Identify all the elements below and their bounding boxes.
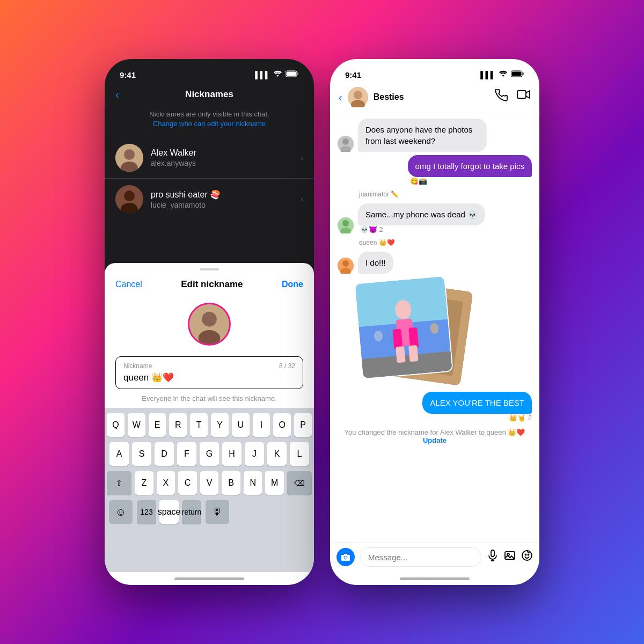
svg-rect-39 — [408, 345, 419, 362]
avatar-large — [188, 303, 231, 346]
key-d[interactable]: D — [155, 442, 174, 466]
update-link[interactable]: Update — [423, 436, 447, 444]
chat-back-button[interactable]: ‹ — [339, 91, 342, 104]
key-delete[interactable]: ⌫ — [287, 471, 312, 495]
right-status-icons: ▌▌▌ — [480, 70, 524, 79]
change-nickname-link[interactable]: Change who can edit your nickname — [153, 120, 266, 128]
key-q[interactable]: Q — [107, 413, 125, 437]
avatar-sender-4 — [338, 258, 354, 274]
reaction-2: 😋📸 — [408, 177, 532, 185]
chat-header: ‹ Besties — [330, 83, 539, 113]
key-shift[interactable]: ⇧ — [107, 471, 131, 495]
key-space[interactable]: space — [159, 500, 179, 524]
contact-item-lucie[interactable]: pro sushi eater 🍣 lucie_yamamoto › — [105, 179, 314, 219]
key-123[interactable]: 123 — [137, 500, 156, 524]
done-button[interactable]: Done — [282, 280, 303, 289]
keyboard: Q W E R T Y U I O P A S — [105, 408, 314, 572]
key-x[interactable]: X — [157, 471, 175, 495]
cancel-button[interactable]: Cancel — [115, 280, 142, 289]
bottom-sheet: Cancel Edit nickname Done Ni — [105, 263, 314, 585]
sender-label-juan: juanimator ✏️ — [338, 188, 532, 200]
key-emoji[interactable]: ☺ — [109, 500, 133, 524]
system-message-text: You changed the nickname for Alex Walker… — [345, 428, 525, 436]
key-s[interactable]: S — [132, 442, 151, 466]
wifi-icon — [273, 70, 282, 79]
avatar-alex — [115, 144, 143, 172]
key-u[interactable]: U — [232, 413, 250, 437]
bubble-3: Same...my phone was dead 💀 — [358, 203, 485, 225]
svg-point-26 — [342, 260, 349, 267]
nickname-hint: Everyone in the chat will see this nickn… — [105, 389, 314, 408]
back-button[interactable]: ‹ — [115, 89, 119, 101]
key-g[interactable]: G — [200, 442, 219, 466]
nickname-value[interactable]: queen 👑❤️ — [123, 372, 295, 383]
mic-input-icon[interactable] — [487, 550, 499, 565]
key-r[interactable]: R — [169, 413, 187, 437]
key-n[interactable]: N — [244, 471, 262, 495]
key-a[interactable]: A — [109, 442, 129, 466]
svg-rect-38 — [396, 346, 406, 363]
avatar-sender-1 — [338, 136, 354, 152]
svg-rect-43 — [491, 550, 494, 557]
key-t[interactable]: T — [190, 413, 208, 437]
svg-rect-1 — [297, 72, 299, 75]
key-f[interactable]: F — [177, 442, 196, 466]
avatar-lucie — [115, 185, 143, 213]
contact-list: Alex Walker alex.anyways › — [105, 137, 314, 219]
left-status-icons: ▌▌▌ — [255, 70, 299, 79]
image-input-icon[interactable] — [504, 550, 516, 565]
chat-input-bar — [330, 543, 539, 572]
contact-item-alex[interactable]: Alex Walker alex.anyways › — [105, 137, 314, 179]
msg-col-2: omg I totally forgot to take pics 😋📸 — [408, 155, 532, 185]
left-time: 9:41 — [120, 70, 136, 79]
chat-group-avatar — [348, 87, 368, 107]
key-l[interactable]: L — [290, 442, 309, 466]
left-home-bar — [174, 577, 244, 580]
key-j[interactable]: J — [245, 442, 264, 466]
battery-icon — [286, 70, 299, 79]
contact-username-alex: alex.anyways — [151, 159, 293, 167]
msg-row-3: Same...my phone was dead 💀 💀😈 2 — [338, 203, 532, 233]
svg-point-7 — [124, 191, 135, 201]
key-m[interactable]: M — [265, 471, 284, 495]
key-i[interactable]: I — [253, 413, 270, 437]
key-w[interactable]: W — [128, 413, 145, 437]
key-e[interactable]: E — [149, 413, 166, 437]
reaction-3: 💀😈 2 — [358, 225, 485, 233]
key-y[interactable]: Y — [211, 413, 229, 437]
camera-button[interactable] — [336, 548, 355, 566]
key-z[interactable]: Z — [135, 471, 153, 495]
sticker-input-icon[interactable] — [521, 550, 533, 565]
svg-rect-14 — [512, 72, 522, 76]
key-mic[interactable]: 🎙 — [206, 500, 229, 524]
key-p[interactable]: P — [294, 413, 312, 437]
key-c[interactable]: C — [178, 471, 197, 495]
signal-icon: ▌▌▌ — [255, 71, 270, 79]
reaction-5: 👑🤘 2 — [422, 414, 532, 422]
nickname-input-box[interactable]: Nickname 8 / 32 queen 👑❤️ — [115, 356, 303, 389]
msg-row-photo — [338, 277, 532, 389]
key-k[interactable]: K — [267, 442, 287, 466]
sender-label-queen: queen 👑❤️ — [338, 237, 532, 248]
svg-rect-37 — [408, 327, 419, 348]
key-v[interactable]: V — [200, 471, 219, 495]
svg-point-10 — [202, 312, 217, 327]
key-o[interactable]: O — [273, 413, 291, 437]
msg-col-1: Does anyone have the photos from last we… — [358, 119, 487, 152]
msg-row-4: I do!!! — [338, 252, 532, 274]
keyboard-row-2: A S D F G H J K L — [107, 442, 312, 466]
bubble-2: omg I totally forgot to take pics — [408, 155, 532, 177]
key-b[interactable]: B — [222, 471, 240, 495]
system-message: You changed the nickname for Alex Walker… — [338, 425, 532, 448]
key-h[interactable]: H — [222, 442, 241, 466]
video-icon[interactable] — [517, 89, 531, 105]
key-return[interactable]: return — [182, 500, 201, 524]
keyboard-row-4: ☺ 123 space return 🎙 — [107, 500, 312, 524]
phone-icon[interactable] — [495, 89, 508, 105]
msg-row-1: Does anyone have the photos from last we… — [338, 119, 532, 152]
message-input[interactable] — [360, 547, 481, 567]
sheet-title: Edit nickname — [181, 279, 243, 290]
svg-point-20 — [342, 138, 349, 145]
svg-point-50 — [528, 554, 529, 555]
avatar-sender-3 — [338, 217, 354, 233]
